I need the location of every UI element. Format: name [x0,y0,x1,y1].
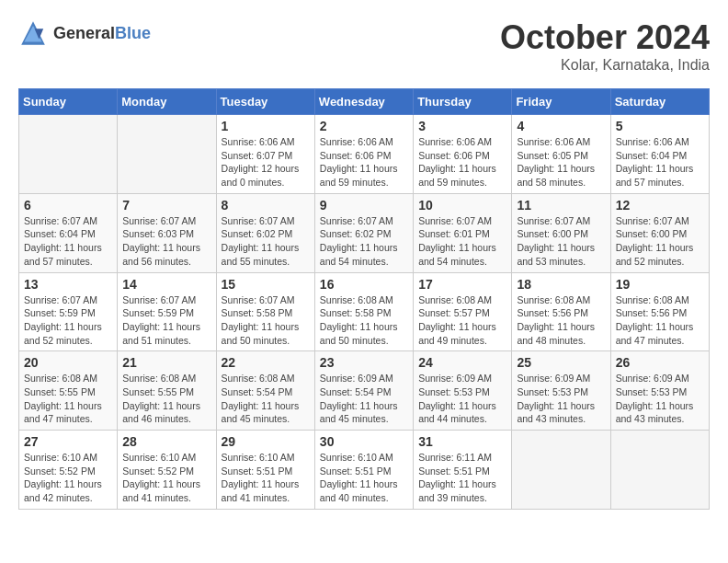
calendar-cell: 10Sunrise: 6:07 AM Sunset: 6:01 PM Dayli… [414,193,512,272]
logo-icon [18,18,48,48]
day-info: Sunrise: 6:07 AM Sunset: 6:00 PM Dayligh… [616,214,704,269]
day-number: 8 [222,198,310,213]
day-info: Sunrise: 6:06 AM Sunset: 6:06 PM Dayligh… [320,135,408,190]
day-info: Sunrise: 6:09 AM Sunset: 5:53 PM Dayligh… [517,372,605,426]
day-number: 9 [320,198,408,213]
calendar-cell: 20Sunrise: 6:08 AM Sunset: 5:55 PM Dayli… [19,351,118,431]
day-number: 29 [222,434,310,449]
day-number: 26 [616,355,704,370]
calendar-cell [118,115,216,194]
logo-general: General [53,24,115,42]
header-row: SundayMondayTuesdayWednesdayThursdayFrid… [19,89,710,115]
week-row-5: 27Sunrise: 6:10 AM Sunset: 5:52 PM Dayli… [19,431,710,510]
day-number: 24 [418,355,506,370]
header-sunday: Sunday [19,89,118,115]
logo-blue: Blue [115,24,151,42]
week-row-2: 6Sunrise: 6:07 AM Sunset: 6:04 PM Daylig… [19,193,710,272]
day-number: 1 [222,119,310,133]
calendar-cell: 15Sunrise: 6:07 AM Sunset: 5:58 PM Dayli… [216,272,314,351]
day-info: Sunrise: 6:09 AM Sunset: 5:53 PM Dayligh… [418,372,506,426]
calendar-cell: 2Sunrise: 6:06 AM Sunset: 6:06 PM Daylig… [314,115,413,194]
calendar-cell: 29Sunrise: 6:10 AM Sunset: 5:51 PM Dayli… [216,431,314,510]
calendar-cell: 4Sunrise: 6:06 AM Sunset: 6:05 PM Daylig… [512,115,610,194]
logo: GeneralBlue [18,18,151,48]
title-block: October 2024 Kolar, Karnataka, India [500,18,710,74]
calendar-cell: 7Sunrise: 6:07 AM Sunset: 6:03 PM Daylig… [118,193,216,272]
day-number: 4 [517,119,605,133]
day-number: 18 [517,277,605,292]
day-number: 21 [122,355,210,370]
day-info: Sunrise: 6:08 AM Sunset: 5:56 PM Dayligh… [517,293,605,348]
day-number: 27 [24,434,112,449]
header-monday: Monday [118,89,216,115]
day-info: Sunrise: 6:07 AM Sunset: 6:02 PM Dayligh… [222,214,310,269]
day-info: Sunrise: 6:08 AM Sunset: 5:58 PM Dayligh… [320,293,408,348]
page-header: GeneralBlue October 2024 Kolar, Karnatak… [18,18,710,74]
calendar-cell: 28Sunrise: 6:10 AM Sunset: 5:52 PM Dayli… [118,431,216,510]
calendar-cell: 19Sunrise: 6:08 AM Sunset: 5:56 PM Dayli… [610,272,709,351]
day-info: Sunrise: 6:08 AM Sunset: 5:56 PM Dayligh… [616,293,704,348]
header-thursday: Thursday [414,89,512,115]
week-row-4: 20Sunrise: 6:08 AM Sunset: 5:55 PM Dayli… [19,351,710,431]
day-number: 12 [616,198,704,213]
calendar-cell: 8Sunrise: 6:07 AM Sunset: 6:02 PM Daylig… [216,193,314,272]
day-number: 25 [517,355,605,370]
day-info: Sunrise: 6:09 AM Sunset: 5:54 PM Dayligh… [320,372,408,426]
day-number: 23 [320,355,408,370]
day-info: Sunrise: 6:08 AM Sunset: 5:55 PM Dayligh… [122,372,210,426]
day-info: Sunrise: 6:09 AM Sunset: 5:53 PM Dayligh… [616,372,704,426]
day-number: 20 [24,355,112,370]
day-number: 7 [122,198,210,213]
calendar-cell: 16Sunrise: 6:08 AM Sunset: 5:58 PM Dayli… [314,272,413,351]
day-info: Sunrise: 6:06 AM Sunset: 6:05 PM Dayligh… [517,135,605,190]
day-info: Sunrise: 6:07 AM Sunset: 6:02 PM Dayligh… [320,214,408,269]
day-number: 22 [222,355,310,370]
day-info: Sunrise: 6:07 AM Sunset: 6:01 PM Dayligh… [418,214,506,269]
calendar-cell: 17Sunrise: 6:08 AM Sunset: 5:57 PM Dayli… [414,272,512,351]
day-number: 31 [418,434,506,449]
day-number: 28 [122,434,210,449]
calendar-cell: 1Sunrise: 6:06 AM Sunset: 6:07 PM Daylig… [216,115,314,194]
day-info: Sunrise: 6:10 AM Sunset: 5:52 PM Dayligh… [24,451,112,505]
calendar-table: SundayMondayTuesdayWednesdayThursdayFrid… [18,88,710,510]
day-number: 5 [616,119,704,133]
calendar-cell: 30Sunrise: 6:10 AM Sunset: 5:51 PM Dayli… [314,431,413,510]
day-info: Sunrise: 6:08 AM Sunset: 5:54 PM Dayligh… [222,372,310,426]
day-info: Sunrise: 6:06 AM Sunset: 6:07 PM Dayligh… [222,135,310,190]
day-number: 3 [418,119,506,133]
day-number: 6 [24,198,112,213]
calendar-cell: 31Sunrise: 6:11 AM Sunset: 5:51 PM Dayli… [414,431,512,510]
day-number: 15 [222,277,310,292]
day-info: Sunrise: 6:08 AM Sunset: 5:55 PM Dayligh… [24,372,112,426]
calendar-cell: 12Sunrise: 6:07 AM Sunset: 6:00 PM Dayli… [610,193,709,272]
day-info: Sunrise: 6:10 AM Sunset: 5:51 PM Dayligh… [320,451,408,505]
header-wednesday: Wednesday [314,89,413,115]
calendar-location: Kolar, Karnataka, India [500,57,710,74]
calendar-cell: 22Sunrise: 6:08 AM Sunset: 5:54 PM Dayli… [216,351,314,431]
day-info: Sunrise: 6:07 AM Sunset: 6:03 PM Dayligh… [122,214,210,269]
calendar-cell [512,431,610,510]
header-friday: Friday [512,89,610,115]
day-info: Sunrise: 6:07 AM Sunset: 6:04 PM Dayligh… [24,214,112,269]
day-info: Sunrise: 6:08 AM Sunset: 5:57 PM Dayligh… [418,293,506,348]
calendar-cell: 14Sunrise: 6:07 AM Sunset: 5:59 PM Dayli… [118,272,216,351]
calendar-cell: 23Sunrise: 6:09 AM Sunset: 5:54 PM Dayli… [314,351,413,431]
day-info: Sunrise: 6:07 AM Sunset: 5:58 PM Dayligh… [222,293,310,348]
calendar-cell: 6Sunrise: 6:07 AM Sunset: 6:04 PM Daylig… [19,193,118,272]
day-number: 17 [418,277,506,292]
day-info: Sunrise: 6:07 AM Sunset: 5:59 PM Dayligh… [122,293,210,348]
day-number: 10 [418,198,506,213]
calendar-cell: 26Sunrise: 6:09 AM Sunset: 5:53 PM Dayli… [610,351,709,431]
calendar-cell: 27Sunrise: 6:10 AM Sunset: 5:52 PM Dayli… [19,431,118,510]
calendar-cell: 11Sunrise: 6:07 AM Sunset: 6:00 PM Dayli… [512,193,610,272]
calendar-cell: 5Sunrise: 6:06 AM Sunset: 6:04 PM Daylig… [610,115,709,194]
calendar-cell: 3Sunrise: 6:06 AM Sunset: 6:06 PM Daylig… [414,115,512,194]
calendar-cell: 25Sunrise: 6:09 AM Sunset: 5:53 PM Dayli… [512,351,610,431]
calendar-cell: 13Sunrise: 6:07 AM Sunset: 5:59 PM Dayli… [19,272,118,351]
day-number: 19 [616,277,704,292]
calendar-cell [19,115,118,194]
header-saturday: Saturday [610,89,709,115]
day-number: 2 [320,119,408,133]
header-tuesday: Tuesday [216,89,314,115]
week-row-1: 1Sunrise: 6:06 AM Sunset: 6:07 PM Daylig… [19,115,710,194]
